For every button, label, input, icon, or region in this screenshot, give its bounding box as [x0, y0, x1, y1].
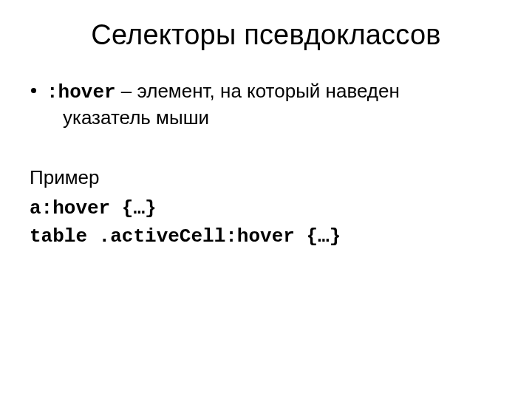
bullet-item: :hover – элемент, на который наведен ука…	[31, 79, 502, 131]
bullet-code: :hover	[47, 81, 116, 103]
bullet-desc-line2: указатель мыши	[47, 106, 209, 129]
bullet-desc-line1: – элемент, на который наведен	[116, 80, 400, 102]
bullet-dot-icon	[31, 88, 36, 93]
slide-title: Селекторы псевдоклассов	[30, 19, 502, 51]
bullet-text: :hover – элемент, на который наведен ука…	[47, 79, 502, 131]
example-label: Пример	[30, 166, 502, 189]
code-line-1: a:hover {…}	[30, 195, 502, 222]
code-line-2: table .activeCell:hover {…}	[30, 223, 502, 250]
